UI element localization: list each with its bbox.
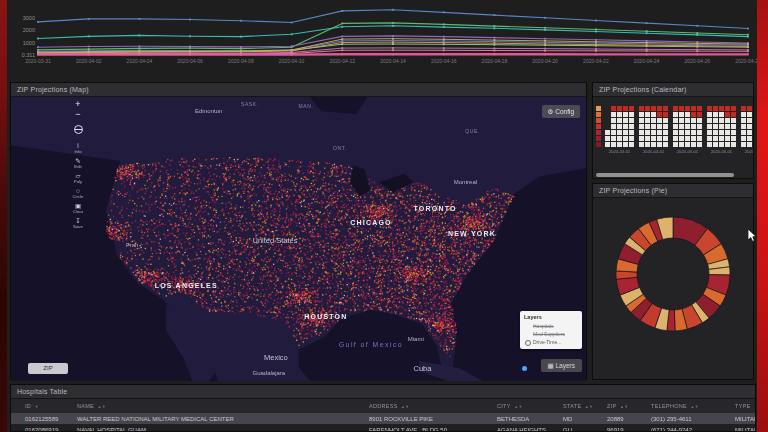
timeseries-svg: 3000200010000.3112020-03-312020-04-02202… (8, 0, 757, 70)
calendar-month-label: 2020-03-01 (605, 149, 634, 154)
map-panel-title: ZIP Projections (Map) (11, 83, 586, 97)
calendar-month: 2020-06-01 (707, 106, 736, 154)
map-marker-dot (522, 366, 527, 371)
edit-icon: ✎ (75, 157, 80, 164)
column-header-city[interactable]: CITY ▲▼ (483, 403, 549, 409)
svg-text:2020-04-26: 2020-04-26 (685, 58, 711, 64)
sort-filter-icon[interactable]: ▲▼ (689, 404, 699, 409)
save-icon: ↧ (75, 217, 80, 224)
calendar-heatmap: 2020-03-012020-04-012020-05-012020-06-01… (593, 97, 753, 180)
map-viewport[interactable]: EdmontonSASK.MAN.ONT.QUE.MontrealTORONTO… (11, 97, 586, 381)
dashboard: 3000200010000.3112020-03-312020-04-02202… (0, 0, 768, 432)
info-icon: i (77, 142, 78, 149)
calendar-month: 2020-04-01 (639, 106, 668, 154)
column-header-id[interactable]: ID ▼ (11, 403, 63, 409)
table-row[interactable]: 0162125589WALTER REED NATIONAL MILITARY … (11, 413, 755, 424)
svg-text:2020-04-20: 2020-04-20 (532, 58, 558, 64)
svg-text:0.311: 0.311 (22, 52, 35, 58)
calendar-month: 2020-05-01 (673, 106, 702, 154)
svg-text:2020-04-08: 2020-04-08 (228, 58, 254, 64)
svg-text:2020-04-06: 2020-04-06 (177, 58, 203, 64)
svg-text:2020-04-14: 2020-04-14 (380, 58, 406, 64)
info-tool-button[interactable]: iInfo (73, 142, 84, 154)
column-header-telephone[interactable]: TELEPHONE ▲▼ (637, 403, 721, 409)
svg-text:3000: 3000 (23, 15, 35, 21)
sort-filter-icon[interactable]: ▲▼ (583, 404, 593, 409)
svg-text:2020-04-24: 2020-04-24 (634, 58, 660, 64)
poly-icon: ▱ (75, 172, 80, 179)
sort-filter-icon[interactable]: ▲▼ (96, 404, 106, 409)
circle-tool-button[interactable]: ○Circle (73, 187, 84, 199)
column-header-address[interactable]: ADDRESS ▲▼ (355, 403, 483, 409)
calendar-legend (596, 106, 601, 148)
sort-filter-icon[interactable]: ▲▼ (400, 404, 410, 409)
calendar-month: 2020-07-01 (741, 106, 753, 154)
layers-popup-title: Layers (524, 314, 578, 320)
calendar-month-label: 2020-04-01 (639, 149, 668, 154)
layers-popup: Layers HospitalsMed SuppliersDrive-Time.… (520, 311, 582, 349)
svg-text:2020-04-18: 2020-04-18 (482, 58, 508, 64)
circle-icon: ○ (76, 187, 80, 194)
hospitals-table-panel: Hospitals Table ID ▼NAME ▲▼ADDRESS ▲▼CIT… (10, 384, 756, 432)
zip-chip[interactable]: ZIP (28, 363, 68, 374)
sort-filter-icon[interactable]: ▲▼ (618, 404, 628, 409)
globe-icon[interactable] (74, 125, 83, 134)
sort-filter-icon[interactable]: ▲▼ (513, 404, 523, 409)
column-header-zip[interactable]: ZIP ▲▼ (593, 403, 637, 409)
left-red-strip (0, 0, 7, 432)
right-red-strip (757, 0, 768, 432)
timeseries-chart: 3000200010000.3112020-03-312020-04-02202… (8, 0, 757, 72)
edit-tool-button[interactable]: ✎Edit (73, 157, 84, 169)
calendar-month-label: 2020-05-01 (673, 149, 702, 154)
clear-icon: ▣ (75, 202, 81, 209)
svg-text:2020-04-28: 2020-04-28 (735, 58, 757, 64)
layers-button[interactable]: ▦ Layers (541, 359, 582, 372)
sort-filter-icon[interactable]: ▲ (753, 404, 755, 409)
calendar-month-label: 2020-07-01 (741, 149, 753, 154)
sort-filter-icon[interactable]: ▼ (33, 404, 39, 409)
column-header-name[interactable]: NAME ▲▼ (63, 403, 355, 409)
calendar-month-label: 2020-06-01 (707, 149, 736, 154)
donut-chart (593, 198, 753, 380)
zip-projections-calendar-panel: ZIP Projections (Calendar) 2020-03-01202… (592, 82, 754, 179)
calendar-month: 2020-03-01 (605, 106, 634, 154)
layer-item-hospitals[interactable]: Hospitals (524, 322, 578, 330)
map-dot-heatmap[interactable] (11, 97, 586, 381)
pie-panel-title: ZIP Projections (Pie) (593, 184, 753, 198)
calendar-panel-title: ZIP Projections (Calendar) (593, 83, 753, 97)
layer-item-med-suppliers[interactable]: Med Suppliers (524, 330, 578, 338)
layer-item-drive-time-[interactable]: Drive-Time... (524, 338, 578, 346)
svg-text:2000: 2000 (23, 27, 35, 33)
svg-text:2020-04-04: 2020-04-04 (127, 58, 153, 64)
svg-text:2020-03-31: 2020-03-31 (25, 58, 51, 64)
svg-text:2020-04-16: 2020-04-16 (431, 58, 457, 64)
zip-projections-map-panel: ZIP Projections (Map) EdmontonSASK.MAN.O… (10, 82, 587, 380)
svg-text:2020-04-22: 2020-04-22 (583, 58, 609, 64)
table-row[interactable]: 0162086919NAVAL HOSPITAL GUAMFARENHOLT A… (11, 424, 755, 432)
poly-tool-button[interactable]: ▱Poly (73, 172, 84, 184)
zip-projections-pie-panel: ZIP Projections (Pie) (592, 183, 754, 380)
svg-text:2020-04-02: 2020-04-02 (76, 58, 102, 64)
save-tool-button[interactable]: ↧Save (73, 217, 84, 229)
mouse-cursor (748, 229, 758, 243)
clear-tool-button[interactable]: ▣Clear (73, 202, 84, 214)
zoom-in-button[interactable]: + (75, 99, 80, 109)
svg-text:2020-04-12: 2020-04-12 (330, 58, 356, 64)
svg-text:1000: 1000 (23, 40, 35, 46)
column-header-type[interactable]: TYPE ▲ (721, 403, 755, 409)
table-header-row: ID ▼NAME ▲▼ADDRESS ▲▼CITY ▲▼STATE ▲▼ZIP … (11, 399, 755, 413)
map-toolbar: + − iInfo✎Edit▱Poly○Circle▣Clear↧Save (67, 99, 89, 232)
horizontal-scrollbar[interactable] (596, 173, 734, 177)
svg-text:2020-04-10: 2020-04-10 (279, 58, 305, 64)
config-button[interactable]: ⚙ Config (542, 105, 580, 118)
column-header-state[interactable]: STATE ▲▼ (549, 403, 593, 409)
table-panel-title: Hospitals Table (11, 385, 755, 399)
zoom-out-button[interactable]: − (75, 109, 80, 119)
